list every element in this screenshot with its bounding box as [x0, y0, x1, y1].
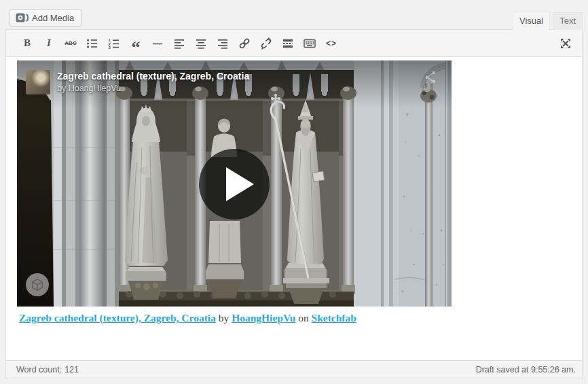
align-center-icon [194, 37, 208, 50]
editor-content-area[interactable]: Zagreb cathedral (texture), Zagreb, Croa… [6, 58, 582, 360]
sketchfab-embed[interactable]: Zagreb cathedral (texture), Zagreb, Croa… [17, 60, 452, 307]
add-media-label: Add Media [32, 13, 74, 23]
tab-text[interactable]: Text [553, 12, 583, 30]
keyboard-icon [303, 37, 316, 50]
draft-saved-status: Draft saved at 9:55:26 am. [476, 365, 576, 374]
align-right-button[interactable] [213, 34, 232, 53]
align-left-button[interactable] [170, 34, 189, 53]
sketchfab-cube-icon [28, 275, 47, 294]
horizontal-rule-icon: — [153, 38, 162, 49]
editor-mode-tabs: Visual Text [513, 12, 583, 30]
caption-model-link[interactable]: Zagreb cathedral (texture), Zagreb, Croa… [19, 312, 216, 324]
link-icon [238, 37, 251, 50]
add-media-button[interactable]: Add Media [10, 9, 81, 27]
caption-site-link[interactable]: Sketchfab [312, 312, 356, 324]
unlink-icon [259, 37, 273, 50]
numbered-list-button[interactable]: 1 2 3 [105, 34, 124, 53]
word-count-value: 121 [65, 365, 79, 374]
align-center-button[interactable] [191, 34, 210, 53]
horizontal-rule-button[interactable]: — [148, 34, 167, 53]
more-tag-button[interactable] [278, 34, 297, 53]
svg-text:3: 3 [109, 45, 111, 49]
embed-byline[interactable]: by HoangHiepVu [57, 83, 249, 94]
wordpress-editor-page: Add Media Visual Text B I ABC 1 2 3 [0, 0, 588, 384]
bulleted-list-icon [86, 37, 99, 50]
embed-caption: Zagreb cathedral (texture), Zagreb, Croa… [19, 312, 571, 324]
embed-title[interactable]: Zagreb cathedral (texture), Zagreb, Croa… [57, 70, 249, 83]
italic-button[interactable]: I [39, 34, 58, 53]
caption-on-text: on [295, 312, 311, 324]
align-left-icon [172, 37, 186, 50]
caption-author-link[interactable]: HoangHiepVu [232, 312, 295, 324]
blockquote-button[interactable]: “ [126, 34, 145, 53]
add-media-icon [16, 12, 29, 23]
blockquote-icon: “ [132, 36, 141, 51]
remove-link-button[interactable] [257, 34, 276, 53]
editor-status-bar: Word count:121 Draft saved at 9:55:26 am… [6, 360, 582, 379]
bold-button[interactable]: B [18, 34, 37, 53]
more-tag-icon [281, 37, 295, 50]
editor-frame: B I ABC 1 2 3 “ — [5, 29, 583, 379]
code-button[interactable]: <> [322, 34, 341, 53]
code-icon: <> [326, 39, 337, 48]
bold-icon: B [24, 37, 31, 49]
italic-icon: I [47, 37, 51, 49]
strikethrough-button[interactable]: ABC [61, 34, 80, 53]
word-count: Word count:121 [16, 365, 79, 374]
align-right-icon [216, 37, 229, 50]
author-avatar[interactable] [26, 70, 50, 94]
play-button[interactable] [199, 149, 270, 220]
embed-header: Zagreb cathedral (texture), Zagreb, Croa… [26, 70, 249, 94]
tab-visual[interactable]: Visual [513, 12, 550, 30]
caption-by-text: by [216, 312, 232, 324]
bulleted-list-button[interactable] [83, 34, 102, 53]
numbered-list-icon: 1 2 3 [107, 37, 121, 50]
insert-link-button[interactable] [235, 34, 254, 53]
fullscreen-expand-icon [559, 37, 572, 50]
strikethrough-icon: ABC [65, 40, 76, 46]
sketchfab-logo[interactable] [26, 273, 49, 296]
fullscreen-button[interactable] [556, 34, 575, 53]
word-count-label: Word count: [16, 365, 62, 374]
keyboard-button[interactable] [300, 34, 319, 53]
formatting-toolbar: B I ABC 1 2 3 “ — [6, 30, 582, 57]
play-icon [199, 149, 270, 220]
